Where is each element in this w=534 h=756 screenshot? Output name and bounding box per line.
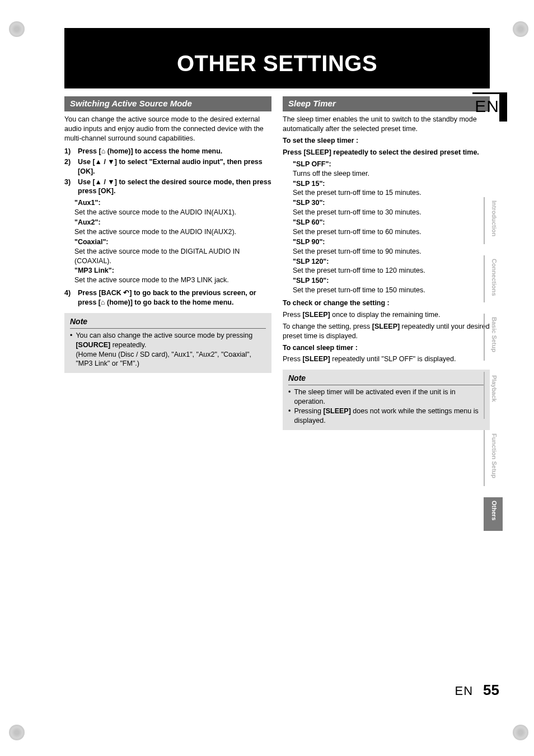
source-mode-options: "Aux1": Set the active source mode to th…	[74, 198, 271, 285]
page-title: OTHER SETTINGS	[64, 48, 490, 78]
note-item: Pressing [SLEEP] does not work while the…	[288, 407, 484, 426]
step-number: 1)	[64, 147, 74, 156]
right-intro: The sleep timer enables the unit to swit…	[283, 115, 490, 134]
print-rosette-icon	[513, 725, 528, 740]
back-icon: ↶	[123, 289, 129, 297]
option-mp3link: "MP3 Link": Set the active source mode t…	[74, 266, 271, 285]
note-box-left: Note You can also change the active sour…	[64, 313, 271, 373]
print-rosette-icon	[9, 725, 25, 740]
option-aux2: "Aux2": Set the active source mode to th…	[74, 218, 271, 237]
step-2: 2) Use [▲ / ▼] to select "External audio…	[64, 157, 271, 176]
home-icon: ⌂	[101, 298, 105, 306]
column-left: Switching Active Source Mode You can cha…	[64, 96, 271, 430]
footer-lang: EN	[455, 683, 474, 699]
cancel-line: Press [SLEEP] repeatedly until "SLP OFF"…	[283, 354, 490, 364]
tab-playback[interactable]: Playback	[484, 372, 503, 419]
option-slp-15: "SLP 15": Set the preset turn-off time t…	[293, 179, 490, 198]
arrow-up-down-icon: ▲ / ▼	[95, 158, 115, 166]
step-body: Use [▲ / ▼] to select the desired source…	[78, 178, 271, 197]
page-header: OTHER SETTINGS	[64, 28, 490, 88]
section-heading-switching: Switching Active Source Mode	[64, 96, 271, 111]
option-slp-off: "SLP OFF": Turns off the sleep timer.	[293, 160, 490, 179]
print-rosette-icon	[9, 21, 25, 37]
step-body: Press [⌂ (home)] to access the home menu…	[78, 147, 271, 156]
step-4: 4) Press [BACK ↶] to go back to the prev…	[64, 288, 271, 307]
step-number: 4)	[64, 288, 74, 307]
note-item: The sleep timer will be activated even i…	[288, 388, 484, 407]
note-box-right: Note The sleep timer will be activated e…	[283, 370, 490, 430]
tab-connections[interactable]: Connections	[484, 255, 503, 302]
note-title: Note	[288, 373, 484, 385]
tab-introduction[interactable]: Introduction	[484, 197, 503, 244]
note-title: Note	[70, 316, 266, 329]
page-footer: EN 55	[455, 680, 499, 700]
language-indicator: EN	[472, 92, 499, 118]
option-slp-60: "SLP 60": Set the preset turn-off time t…	[293, 218, 490, 237]
check-line-1: Press [SLEEP] once to display the remain…	[283, 310, 490, 320]
print-rosette-icon	[513, 21, 528, 37]
section-heading-sleep: Sleep Timer	[283, 96, 490, 111]
content-columns: Switching Active Source Mode You can cha…	[64, 96, 490, 430]
set-timer-instruction: Press [SLEEP] repeatedly to select the d…	[283, 148, 490, 157]
step-3: 3) Use [▲ / ▼] to select the desired sou…	[64, 178, 271, 197]
check-change-heading: To check or change the setting :	[283, 298, 490, 308]
cancel-heading: To cancel sleep timer :	[283, 343, 490, 353]
option-aux1: "Aux1": Set the active source mode to th…	[74, 198, 271, 217]
note-item: You can also change the active source mo…	[70, 331, 266, 369]
option-slp-120: "SLP 120": Set the preset turn-off time …	[293, 257, 490, 276]
sleep-options: "SLP OFF": Turns off the sleep timer. "S…	[293, 160, 490, 295]
steps-list-continued: 4) Press [BACK ↶] to go back to the prev…	[64, 288, 271, 307]
arrow-up-down-icon: ▲ / ▼	[95, 178, 115, 186]
page-content: OTHER SETTINGS Switching Active Source M…	[64, 28, 490, 430]
set-timer-heading: To set the sleep timer :	[283, 136, 490, 146]
option-slp-150: "SLP 150": Set the preset turn-off time …	[293, 276, 490, 295]
steps-list: 1) Press [⌂ (home)] to access the home m…	[64, 147, 271, 196]
left-intro: You can change the active source mode to…	[64, 115, 271, 143]
side-tabs: Introduction Connections Basic Setup Pla…	[484, 197, 503, 531]
option-coaxial: "Coaxial": Set the active source mode to…	[74, 237, 271, 266]
step-number: 2)	[64, 157, 74, 176]
step-1: 1) Press [⌂ (home)] to access the home m…	[64, 147, 271, 156]
step-body: Use [▲ / ▼] to select "External audio in…	[78, 157, 271, 176]
option-slp-30: "SLP 30": Set the preset turn-off time t…	[293, 198, 490, 217]
tab-basic-setup[interactable]: Basic Setup	[484, 314, 503, 361]
tab-others[interactable]: Others	[484, 497, 503, 531]
check-line-2: To change the setting, press [SLEEP] rep…	[283, 322, 490, 341]
column-right: Sleep Timer The sleep timer enables the …	[283, 96, 490, 430]
step-number: 3)	[64, 178, 74, 197]
footer-page-number: 55	[483, 680, 499, 700]
tab-function-setup[interactable]: Function Setup	[484, 430, 503, 486]
step-body: Press [BACK ↶] to go back to the previou…	[78, 288, 271, 307]
option-slp-90: "SLP 90": Set the preset turn-off time t…	[293, 237, 490, 256]
